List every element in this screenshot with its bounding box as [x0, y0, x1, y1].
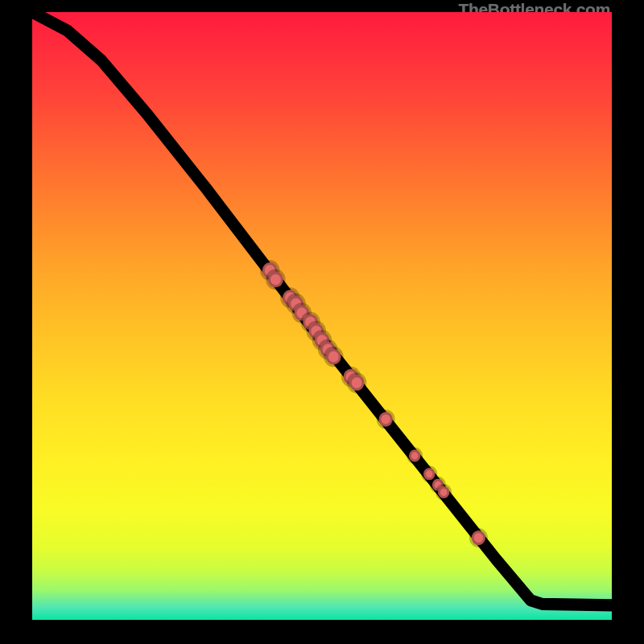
- chart-stage: TheBottleneck.com: [0, 0, 644, 644]
- bottleneck-curve: [32, 12, 612, 605]
- plot-area: [32, 12, 612, 620]
- data-point: [268, 271, 283, 287]
- data-point: [438, 486, 449, 498]
- chart-svg: [32, 12, 612, 620]
- data-point: [326, 349, 341, 365]
- data-point: [349, 375, 365, 391]
- data-point: [472, 530, 485, 545]
- data-point: [409, 450, 420, 462]
- data-point: [379, 412, 393, 427]
